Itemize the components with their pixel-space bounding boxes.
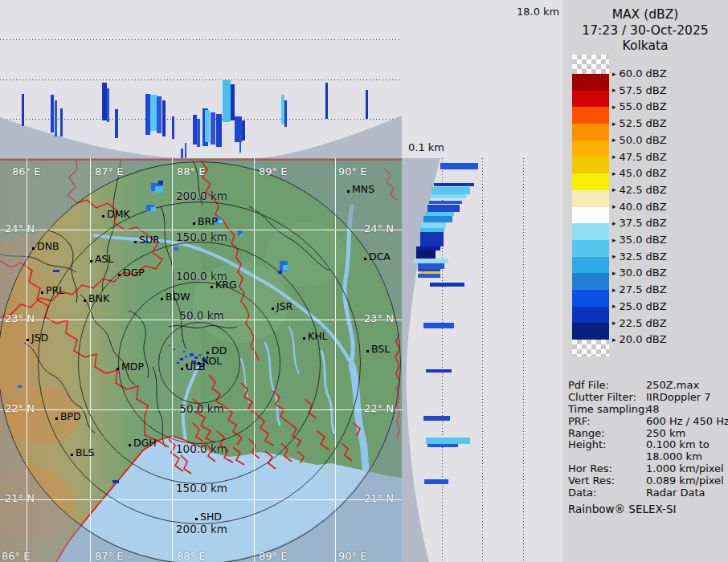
map-echo <box>190 353 194 356</box>
tick-arrow-icon: ▸ <box>612 169 616 177</box>
dbz-threshold-label: ▸27.5 dBZ <box>612 283 667 295</box>
color-band <box>572 223 609 240</box>
latitude-label: 23° N <box>364 312 394 324</box>
info-row: Data:Radar Data <box>568 487 726 499</box>
profile-gridline <box>482 158 483 562</box>
echo-bar <box>427 205 460 212</box>
echo-bar <box>239 135 241 153</box>
echo-bar <box>181 149 183 158</box>
tick-arrow-icon: ▸ <box>612 236 616 244</box>
city-marker-dot <box>84 299 86 302</box>
map-echo <box>112 480 119 483</box>
info-row: Range:250 km <box>568 428 726 440</box>
echo-bar <box>420 232 444 246</box>
transparent-band <box>572 340 609 356</box>
dbz-threshold-label: ▸47.5 dBZ <box>612 151 667 163</box>
color-band <box>572 190 609 207</box>
radar-map-panel[interactable]: 200.0 km150.0 km100.0 km50.0 km50.0 km10… <box>0 158 402 562</box>
side-height-profile-panel <box>402 158 562 562</box>
city-marker-dot <box>27 339 29 341</box>
city-label: SUR <box>139 234 160 246</box>
dbz-threshold-text: 35.0 dBZ <box>620 234 667 246</box>
range-ring-label: 150.0 km <box>157 482 246 495</box>
echo-bar <box>440 163 478 169</box>
tick-arrow-icon: ▸ <box>612 269 616 277</box>
city-marker-dot <box>366 350 369 352</box>
map-echo <box>18 385 22 388</box>
echo-bar <box>51 95 54 132</box>
profile-gridline <box>523 158 524 562</box>
city-label: BLS <box>76 446 94 458</box>
map-annotation-layer: 200.0 km150.0 km100.0 km50.0 km50.0 km10… <box>0 158 402 562</box>
info-label: Clutter Filter: <box>568 392 646 404</box>
dbz-threshold-text: 22.5 dBZ <box>620 317 667 329</box>
city-marker-dot <box>193 222 195 225</box>
dbz-color-scale <box>572 55 609 356</box>
info-value: 250 km <box>646 428 726 440</box>
city-marker-dot <box>90 260 92 263</box>
echo-bar <box>205 110 210 142</box>
map-echo <box>151 207 156 211</box>
color-band <box>572 91 609 108</box>
echo-bar <box>430 283 464 287</box>
color-band <box>572 307 609 324</box>
longitude-label: 88° E <box>177 550 205 562</box>
echo-bar <box>150 95 157 131</box>
city-label: JSD <box>31 332 48 344</box>
info-label: Time sampling: <box>568 404 646 416</box>
longitude-label: 89° E <box>259 165 287 177</box>
city-marker-dot <box>102 215 104 218</box>
city-marker-dot <box>129 444 131 446</box>
echo-bar <box>157 96 162 133</box>
tick-arrow-icon: ▸ <box>612 136 616 144</box>
info-value: 0.100 km to <box>646 439 726 451</box>
dbz-threshold-text: 45.0 dBZ <box>620 167 667 179</box>
dbz-threshold-label: ▸35.0 dBZ <box>612 234 667 246</box>
echo-bar <box>185 143 186 158</box>
latitude-label: 24° N <box>364 222 394 234</box>
color-band <box>572 107 609 124</box>
city-marker-dot <box>117 368 119 370</box>
echo-bar <box>426 369 452 373</box>
city-marker-dot <box>134 241 137 243</box>
profile-gridline <box>0 39 402 40</box>
tick-arrow-icon: ▸ <box>612 319 616 327</box>
info-value: 48 <box>646 404 726 416</box>
city-label: MDP <box>121 360 144 373</box>
echo-bar <box>231 84 235 120</box>
map-echo <box>53 270 59 272</box>
echo-bar <box>284 100 287 127</box>
info-label: Vert Res: <box>568 475 646 487</box>
echo-bar <box>431 194 466 198</box>
echo-bar <box>223 80 231 122</box>
dbz-threshold-text: 47.5 dBZ <box>620 151 667 163</box>
city-marker-dot <box>71 454 73 456</box>
tick-arrow-icon: ▸ <box>612 103 616 111</box>
map-echo <box>169 344 170 346</box>
product-title: MAX (dBZ) <box>562 7 728 22</box>
range-ring-label: 200.0 km <box>157 189 246 202</box>
tick-arrow-icon: ▸ <box>612 185 616 193</box>
map-echo <box>158 181 163 185</box>
info-row: Hor Res:1.000 km/pixel <box>568 463 726 475</box>
map-echo <box>278 271 282 274</box>
dbz-threshold-text: 52.5 dBZ <box>620 117 667 129</box>
dbz-threshold-label: ▸60.0 dBZ <box>612 67 667 79</box>
product-info-table: Pdf File:250Z.maxClutter Filter:IIRDoppl… <box>568 380 726 499</box>
map-echo <box>198 354 201 356</box>
tick-arrow-icon: ▸ <box>612 86 616 94</box>
height-axis-max-label: 18.0 km <box>517 6 559 18</box>
map-echo <box>194 356 198 359</box>
info-label: Range: <box>568 428 646 440</box>
color-band <box>572 240 609 257</box>
echo-bar <box>431 187 470 194</box>
dbz-threshold-text: 55.0 dBZ <box>620 100 667 112</box>
info-value: 250Z.max <box>646 380 726 392</box>
info-value: 1.000 km/pixel <box>646 463 726 475</box>
echo-bar <box>172 116 174 139</box>
city-label: DCA <box>369 250 391 263</box>
dbz-threshold-label: ▸55.0 dBZ <box>612 100 667 112</box>
city-marker-dot <box>364 258 366 260</box>
legend-panel: MAX (dBZ) 17:23 / 30-Oct-2025 Kolkata ▸6… <box>562 0 728 562</box>
longitude-label: 90° E <box>338 165 366 177</box>
